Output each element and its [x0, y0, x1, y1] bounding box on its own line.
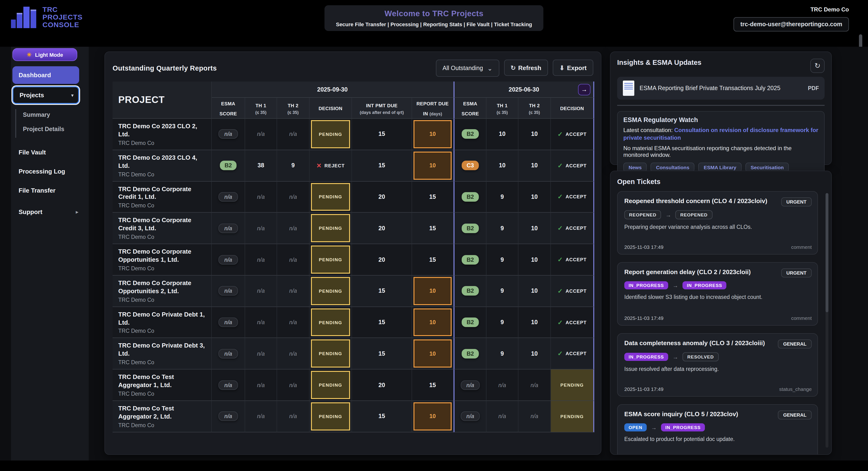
ticket-card[interactable]: ESMA score inquiry (CLO 5 / 2023clov)GEN…	[617, 404, 818, 455]
decision-cell: PENDING	[310, 307, 352, 338]
th1-cell: n/a	[245, 181, 277, 213]
sidebar-item-project-details[interactable]: Project Details	[23, 123, 85, 135]
decision-accept: ACCEPT	[566, 163, 587, 168]
ticket-card[interactable]: Reopened threshold concern (CLO 4 / 2023…	[617, 191, 818, 255]
esma-score-cell: n/a	[212, 276, 245, 307]
th2-cell: n/a	[277, 213, 310, 244]
project-cell: TRC Demo Co Private Debt 3, Ltd.TRC Demo…	[113, 338, 212, 370]
esma-score-prev-cell: B2	[454, 338, 487, 370]
esma-score-prev-cell: B2	[454, 244, 487, 276]
insights-refresh-button[interactable]: ↻	[810, 59, 825, 73]
decision-prev-cell: ✓ACCEPT	[551, 181, 594, 213]
project-cell: TRC Demo Co Corporate Credit 3, Ltd.TRC …	[113, 213, 212, 244]
table-row: TRC Demo Co 2023 CLO 2, Ltd.TRC Demo Con…	[113, 119, 594, 150]
column-header-report-due-in: REPORT DUE IN(days)	[412, 98, 454, 119]
sidebar-item-processing-log[interactable]: Processing Log	[12, 165, 84, 177]
light-mode-label: Light Mode	[35, 52, 63, 58]
th2-prev-cell: 10	[519, 244, 551, 276]
na-value: n/a	[257, 351, 265, 356]
export-label: Export	[567, 64, 587, 71]
numeric-value: 9	[500, 193, 504, 200]
regulatory-watch-card: ESMA Regulatory Watch Latest consultatio…	[617, 111, 825, 177]
reports-table: PROJECT2025-09-302025-06-30→ESMA SCORETH…	[113, 82, 594, 432]
decision-cell: PENDING	[310, 119, 352, 150]
filter-select[interactable]: All Outstanding ⌄	[436, 60, 499, 77]
esma-score-prev-cell: C3	[454, 150, 487, 182]
ticket-card[interactable]: Report generation delay (CLO 2 / 2023clo…	[617, 262, 818, 325]
pdf-report-item[interactable]: ESMA Reporting Brief Private Transaction…	[617, 77, 825, 100]
esma-score-prev-cell: B2	[454, 213, 487, 244]
table-row: TRC Demo Co Corporate Opportunities 2, L…	[113, 276, 594, 307]
int-pmt-due-cell: 15	[352, 307, 412, 338]
numeric-value: 9	[500, 319, 504, 325]
esma-score-badge: B2	[462, 129, 479, 139]
ticket-status-row: OPEN→IN_PROGRESS	[624, 423, 811, 432]
na-value: n/a	[257, 225, 265, 231]
na-value: n/a	[498, 413, 506, 419]
th2-prev-cell: n/a	[519, 370, 551, 401]
esma-score-cell: n/a	[212, 338, 245, 370]
cross-icon: ✕	[316, 162, 322, 169]
export-button[interactable]: ⬇ Export	[553, 60, 593, 76]
numeric-value: 15	[378, 319, 385, 325]
numeric-value: 10	[531, 288, 538, 294]
check-icon: ✓	[558, 224, 563, 232]
numeric-value: 10	[531, 162, 538, 169]
decision-pending: PENDING	[311, 308, 350, 336]
th2-prev-cell: 10	[519, 150, 551, 182]
na-value: n/a	[289, 225, 297, 231]
numeric-value: 20	[378, 193, 385, 200]
th2-prev-cell: 10	[519, 213, 551, 244]
check-icon: ✓	[558, 319, 563, 326]
report-due-in-cell: 10	[412, 338, 454, 370]
ticket-body: Escalated to product for potential doc u…	[624, 436, 811, 442]
status-from-badge: IN_PROGRESS	[624, 353, 668, 361]
sidebar-item-file-vault[interactable]: File Vault	[12, 146, 84, 158]
decision-cell: PENDING	[310, 338, 352, 370]
project-name: TRC Demo Co Corporate Credit 1, Ltd.	[118, 185, 206, 201]
sidebar-item-projects[interactable]: Projects ▾	[12, 86, 79, 104]
project-org: TRC Demo Co	[118, 328, 154, 334]
reports-controls: All Outstanding ⌄ ↻ Refresh ⬇ Export	[436, 60, 593, 77]
ticket-card[interactable]: Data completeness anomaly (CLO 3 / 2023c…	[617, 333, 818, 397]
ticket-type: comment	[791, 315, 812, 321]
period-current-header: 2025-09-30	[212, 82, 454, 98]
due-value: 15	[429, 382, 436, 388]
table-row: TRC Demo Co Test Aggregator 1, Ltd.TRC D…	[113, 370, 594, 401]
sidebar-item-support[interactable]: Support ▸	[12, 206, 84, 218]
sidebar-item-file-transfer[interactable]: File Transfer	[12, 184, 84, 196]
light-mode-toggle[interactable]: ☀ Light Mode	[12, 48, 77, 61]
logo-text: TRC PROJECTS CONSOLE	[42, 6, 83, 28]
column-header-esma-score: ESMA SCORE	[212, 98, 245, 119]
int-pmt-due-cell: 15	[352, 338, 412, 370]
int-pmt-due-cell: 15	[352, 276, 412, 307]
th2-prev-cell: 10	[519, 338, 551, 370]
decision-pending: PENDING	[311, 246, 350, 274]
decision-accept: ACCEPT	[566, 351, 587, 356]
th2-prev-cell: n/a	[519, 401, 551, 432]
int-pmt-due-cell: 20	[352, 370, 412, 401]
decision-prev-cell: ✓ACCEPT	[551, 338, 594, 370]
th1-prev-cell: 9	[487, 276, 519, 307]
table-row: TRC Demo Co Corporate Credit 1, Ltd.TRC …	[113, 181, 594, 213]
user-email[interactable]: trc-demo-user@thereportingco.com	[734, 17, 849, 31]
check-icon: ✓	[558, 350, 563, 357]
ticket-priority-badge: GENERAL	[778, 339, 812, 348]
content-area: ☀ Light Mode Dashboard Projects ▾ Summar…	[0, 47, 868, 461]
decision-accept: ACCEPT	[566, 288, 587, 294]
esma-score-badge: B2	[462, 317, 479, 327]
decision-prev-cell: ✓ACCEPT	[551, 244, 594, 276]
sidebar-item-dashboard[interactable]: Dashboard	[12, 66, 79, 84]
decision-pending: PENDING	[311, 340, 350, 368]
due-value: 10	[430, 319, 436, 325]
due-value: 15	[429, 193, 436, 200]
sidebar-item-summary[interactable]: Summary	[23, 109, 85, 121]
account-info: TRC Demo Co trc-demo-user@thereportingco…	[734, 6, 849, 31]
period-next-button[interactable]: →	[578, 84, 590, 95]
column-header-int-pmt-due: INT PMT DUE(days after end of qrt)	[352, 98, 412, 119]
project-name: TRC Demo Co Corporate Opportunities 2, L…	[118, 279, 206, 295]
refresh-button[interactable]: ↻ Refresh	[504, 60, 548, 76]
tickets-scrollbar-thumb[interactable]	[826, 193, 829, 312]
report-due-alert: 10	[413, 308, 452, 336]
th1-prev-cell: 9	[487, 213, 519, 244]
